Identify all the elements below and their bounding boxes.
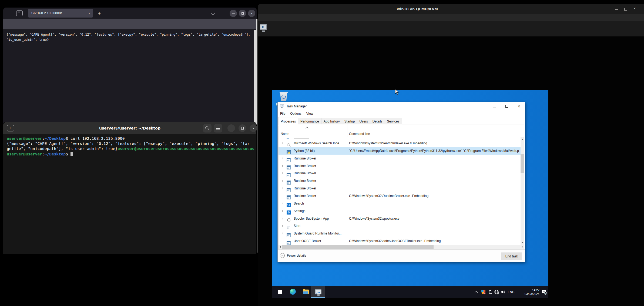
date: 03/03/2024 [525, 292, 539, 295]
tm-tab-startup[interactable]: Startup [342, 118, 357, 125]
column-name[interactable]: Name [281, 132, 289, 136]
scroll-right-icon[interactable] [522, 246, 523, 248]
tm-menu-file[interactable]: File [278, 112, 288, 115]
tm-tab-processes[interactable]: Processes [278, 117, 298, 126]
process-row[interactable]: Spooler SubSystem AppC:\Windows\System32… [279, 215, 521, 222]
vertical-scrollbar[interactable] [521, 137, 524, 245]
terminal-search-icon[interactable] [203, 124, 212, 132]
tm-close-button[interactable]: ✕ [514, 102, 524, 110]
scroll-left-icon[interactable] [280, 246, 281, 248]
action-center-icon[interactable]: 1 [541, 286, 548, 298]
tm-tab-services[interactable]: Services [385, 118, 402, 125]
list-tabs-chevron-icon[interactable] [212, 12, 214, 15]
expand-chevron-icon[interactable] [281, 172, 283, 174]
settings-process-icon: ⚙ [287, 210, 291, 215]
process-row[interactable]: Start [279, 222, 521, 230]
edge-taskbar-icon[interactable] [287, 286, 299, 297]
horizontal-scrollbar[interactable] [279, 245, 524, 249]
maximize-button[interactable] [239, 10, 246, 17]
browser-tab[interactable]: 192.168.2.135:8000/ × [28, 9, 93, 18]
close-button[interactable]: × [248, 10, 255, 17]
column-command-line[interactable]: Command line [349, 132, 370, 136]
expand-chevron-icon[interactable] [281, 210, 283, 212]
tm-tab-users[interactable]: Users [357, 118, 370, 125]
window-process-icon [287, 195, 291, 199]
tm-minimize-button[interactable] [489, 102, 500, 110]
scroll-down-icon[interactable] [522, 242, 524, 243]
qemu-close-button[interactable]: × [633, 6, 636, 11]
column-divider[interactable] [347, 124, 347, 137]
speaker-icon[interactable] [500, 286, 506, 298]
qemu-maximize-button[interactable] [624, 8, 627, 11]
terminal-menu-icon[interactable] [214, 124, 222, 132]
process-row[interactable]: Runtime BrokerC:\Windows\System32\Runtim… [279, 192, 521, 200]
tm-tab-app-history[interactable]: App history [321, 118, 342, 125]
tm-tabstrip: ProcessesPerformanceApp historyStartupUs… [278, 117, 524, 124]
scroll-up-icon[interactable] [522, 139, 524, 140]
expand-chevron-icon[interactable] [281, 202, 283, 205]
tm-tab-performance[interactable]: Performance [298, 118, 321, 125]
process-row[interactable]: System Guard Runtime Monitor... [279, 230, 521, 237]
tm-content-pane: Name Command line Microsoft Windows Sear… [278, 124, 524, 249]
tab-close-icon[interactable]: × [88, 11, 90, 15]
terminal-output[interactable]: userver@userver:~/Desktop$ curl 192.168.… [3, 135, 256, 254]
process-row[interactable]: User OOBE BrokerC:\Windows\System32\oobe… [279, 237, 521, 245]
process-row[interactable]: Search [279, 200, 521, 207]
collapse-circle-icon [280, 253, 285, 258]
new-tab-button[interactable]: + [96, 10, 103, 17]
task-manager-taskbar-icon[interactable] [311, 286, 325, 298]
qemu-minimize-button[interactable] [615, 9, 618, 10]
network-globe-icon[interactable] [494, 286, 499, 298]
process-command-line: C:\Windows\system32\SearchIndexer.exe /E… [349, 141, 427, 145]
horizontal-scroll-thumb[interactable] [282, 245, 434, 249]
terminal-minimize-button[interactable] [227, 124, 235, 132]
end-task-button[interactable]: End task [501, 253, 522, 260]
qemu-titlebar[interactable]: win10 on QEMU/KVM × [258, 4, 644, 14]
terminal-close-button[interactable]: × [250, 124, 257, 132]
start-process-icon [287, 226, 291, 230]
expand-chevron-icon[interactable] [281, 165, 283, 167]
virtual-machine-console-icon[interactable] [259, 23, 267, 33]
process-row[interactable]: Microsoft Windows Search Inde...C:\Windo… [279, 140, 521, 147]
process-row[interactable]: Runtime Broker [279, 162, 521, 170]
process-command-line: C:\Windows\System32\RuntimeBroker.exe -E… [349, 194, 428, 198]
minimize-button[interactable] [230, 10, 237, 17]
process-row[interactable]: Python (32 bit)"C:\Users\Ernest\AppData\… [279, 147, 521, 155]
expand-chevron-icon[interactable] [281, 157, 283, 159]
start-button[interactable] [274, 286, 286, 297]
tm-column-header[interactable]: Name Command line [279, 124, 524, 137]
tm-menu-options[interactable]: Options [288, 112, 304, 115]
expand-chevron-icon[interactable] [281, 142, 283, 144]
task-manager-titlebar[interactable]: Task Manager ✕ [278, 102, 525, 110]
partial-row [279, 137, 521, 139]
process-name: Runtime Broker [294, 179, 316, 183]
vm-display-area: Recycle Bin Task Manager ✕ FileOptionsVi… [258, 36, 644, 306]
expand-chevron-icon[interactable] [281, 217, 283, 219]
process-row[interactable]: Runtime Broker [279, 169, 521, 177]
tm-menu-view[interactable]: View [304, 112, 316, 115]
expand-chevron-icon[interactable] [281, 180, 283, 182]
vertical-scroll-thumb[interactable] [521, 154, 524, 173]
file-explorer-taskbar-icon[interactable] [300, 286, 312, 297]
searchidx-process-icon [287, 143, 291, 147]
printer-process-icon [287, 218, 291, 222]
clock[interactable]: 14:27 03/03/2024 [516, 286, 539, 298]
process-row[interactable]: ⚙Settings [279, 207, 521, 215]
firefox-view-icon[interactable] [16, 10, 23, 16]
expand-chevron-icon[interactable] [281, 225, 283, 227]
language-indicator[interactable]: ENG [507, 286, 516, 298]
process-name: Python (32 bit) [294, 149, 315, 153]
tm-maximize-button[interactable] [501, 102, 512, 110]
process-row[interactable]: Runtime Broker [279, 185, 521, 192]
tray-show-hidden-icons-chevron[interactable] [474, 286, 479, 298]
terminal-maximize-button[interactable] [239, 124, 246, 132]
usb-device-icon[interactable] [488, 286, 492, 298]
tm-tab-details[interactable]: Details [370, 118, 385, 125]
expand-chevron-icon[interactable] [281, 187, 283, 189]
expand-chevron-icon[interactable] [281, 232, 283, 234]
recycle-bin-icon[interactable] [276, 91, 291, 102]
fewer-details-button[interactable]: Fewer details [280, 253, 334, 258]
process-row[interactable]: Runtime Broker [279, 177, 521, 185]
defender-shield-icon[interactable] [480, 286, 486, 298]
process-row[interactable]: Runtime Broker [279, 155, 521, 162]
